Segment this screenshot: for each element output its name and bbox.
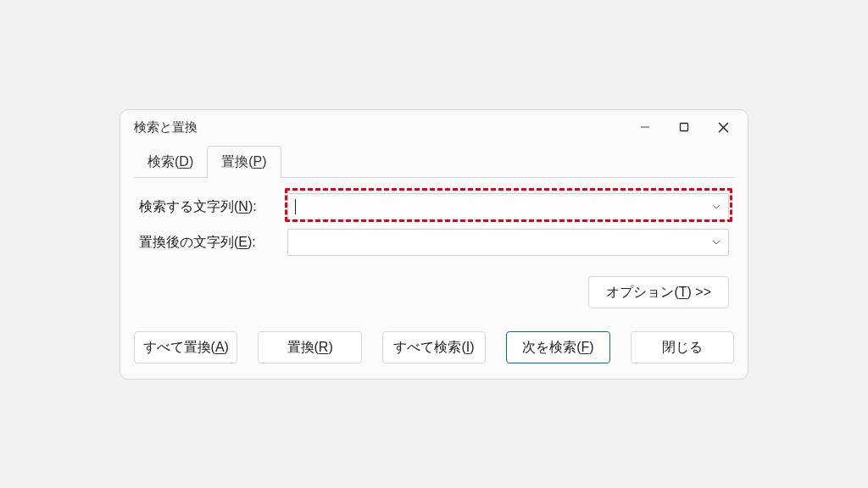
find-replace-dialog: 検索と置換 検索(D) 置換(P) 検索する文字列(N): bbox=[120, 109, 748, 380]
close-dialog-button[interactable]: 閉じる bbox=[631, 331, 734, 363]
maximize-button[interactable] bbox=[665, 114, 704, 141]
window-controls bbox=[626, 114, 743, 141]
row-search-string: 検索する文字列(N): bbox=[139, 193, 729, 220]
options-row: オプション(T) >> bbox=[120, 264, 748, 308]
find-all-button[interactable]: すべて検索(I) bbox=[382, 331, 486, 363]
button-row: すべて置換(A) 置換(R) すべて検索(I) 次を検索(F) 閉じる bbox=[120, 331, 748, 379]
find-next-button[interactable]: 次を検索(F) bbox=[506, 331, 609, 363]
tab-search[interactable]: 検索(D) bbox=[134, 147, 207, 178]
replace-button[interactable]: 置換(R) bbox=[258, 331, 361, 363]
label-replace-string: 置換後の文字列(E): bbox=[139, 234, 287, 252]
form-area: 検索する文字列(N): 置換後の文字列(E): bbox=[120, 178, 748, 264]
replace-string-combo[interactable] bbox=[287, 229, 729, 256]
label-search-string: 検索する文字列(N): bbox=[139, 198, 287, 216]
replace-all-button[interactable]: すべて置換(A) bbox=[134, 331, 237, 363]
search-string-combo[interactable] bbox=[287, 193, 729, 220]
titlebar: 検索と置換 bbox=[120, 110, 748, 144]
tab-strip: 検索(D) 置換(P) bbox=[120, 144, 748, 178]
row-replace-string: 置換後の文字列(E): bbox=[139, 229, 729, 256]
chevron-down-icon[interactable] bbox=[709, 240, 723, 245]
svg-rect-1 bbox=[681, 124, 688, 131]
close-button[interactable] bbox=[704, 114, 743, 141]
chevron-down-icon[interactable] bbox=[709, 204, 723, 209]
dialog-title: 検索と置換 bbox=[134, 119, 626, 136]
options-button[interactable]: オプション(T) >> bbox=[588, 276, 729, 308]
minimize-button[interactable] bbox=[626, 114, 665, 141]
text-cursor bbox=[295, 199, 296, 214]
tab-replace[interactable]: 置換(P) bbox=[207, 146, 281, 179]
